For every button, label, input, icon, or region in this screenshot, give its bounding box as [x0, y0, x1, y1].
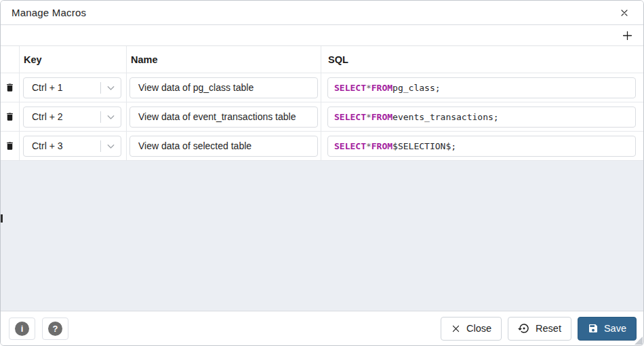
sql-text: $SELECTION$;	[393, 141, 456, 151]
key-select[interactable]: Ctrl + 1	[23, 77, 121, 98]
sql-operator: *	[366, 112, 371, 122]
delete-macro-button[interactable]	[5, 82, 15, 93]
reset-button-label: Reset	[536, 323, 561, 334]
sql-keyword: SELECT	[334, 141, 366, 151]
sql-editor[interactable]: SELECT * FROM events_transactions;	[327, 107, 636, 128]
dialog-close-button[interactable]	[618, 6, 631, 20]
key-select-value: Ctrl + 1	[24, 82, 100, 93]
chevron-down-icon	[101, 111, 121, 123]
dialog-footer: i ? Close Reset Save	[1, 311, 643, 345]
trash-icon	[5, 140, 15, 151]
macros-toolbar	[1, 25, 643, 46]
info-icon: i	[15, 322, 29, 336]
header-name-column: Name	[127, 46, 321, 73]
macros-table: Key Name SQL Ctrl + 1 SELECT * FROM pg_c…	[1, 46, 643, 161]
table-row-3-sql: SELECT * FROM $SELECTION$;	[321, 132, 643, 161]
header-key-label: Key	[24, 54, 42, 65]
table-row-2-name	[127, 102, 321, 132]
sql-operator: *	[366, 83, 371, 93]
save-button[interactable]: Save	[578, 317, 637, 341]
chevron-down-icon	[101, 140, 121, 152]
close-icon	[619, 7, 630, 18]
macro-name-input[interactable]	[129, 107, 318, 128]
dialog-title: Manage Macros	[12, 7, 86, 18]
table-row-1-name	[127, 73, 321, 102]
table-row-1-sql: SELECT * FROM pg_class;	[321, 73, 643, 102]
table-row-3-key: Ctrl + 3	[20, 132, 127, 161]
header-actions-column	[1, 46, 20, 73]
header-name-label: Name	[131, 54, 158, 65]
sql-help-button[interactable]: i	[9, 318, 35, 340]
save-icon	[588, 323, 599, 334]
key-select-value: Ctrl + 3	[24, 140, 100, 151]
key-select[interactable]: Ctrl + 3	[23, 136, 121, 157]
sql-keyword: SELECT	[334, 112, 366, 122]
header-key-column: Key	[20, 46, 127, 73]
add-icon	[621, 29, 634, 42]
table-row-1-actions	[1, 73, 20, 102]
sql-keyword: FROM	[371, 83, 393, 93]
trash-icon	[5, 111, 15, 122]
dialog-titlebar: Manage Macros	[1, 1, 643, 25]
dialog-body-filler	[1, 161, 643, 311]
reset-button[interactable]: Reset	[508, 317, 571, 341]
table-row-2-sql: SELECT * FROM events_transactions;	[321, 102, 643, 132]
table-row-2-key: Ctrl + 2	[20, 102, 127, 132]
table-row-3-actions	[1, 132, 20, 161]
sql-editor[interactable]: SELECT * FROM $SELECTION$;	[327, 136, 636, 157]
resize-grip[interactable]	[635, 337, 643, 345]
sql-editor[interactable]: SELECT * FROM pg_class;	[327, 77, 636, 98]
header-sql-label: SQL	[328, 54, 348, 65]
chevron-down-icon	[101, 82, 121, 94]
sql-operator: *	[366, 141, 371, 151]
close-button[interactable]: Close	[441, 317, 502, 341]
macro-name-input[interactable]	[129, 77, 318, 98]
table-row-2-actions	[1, 102, 20, 132]
sql-text: pg_class;	[393, 83, 440, 93]
table-row-1-key: Ctrl + 1	[20, 73, 127, 102]
help-icon: ?	[48, 322, 62, 336]
delete-macro-button[interactable]	[5, 140, 15, 151]
dialog-help-button[interactable]: ?	[42, 318, 68, 340]
sql-text: events_transactions;	[393, 112, 499, 122]
sql-keyword: FROM	[371, 141, 393, 151]
manage-macros-dialog: Manage Macros Key Name SQL Ctrl + 1	[0, 0, 644, 346]
left-edge-grip	[1, 214, 3, 223]
trash-icon	[5, 82, 15, 93]
close-button-label: Close	[466, 323, 491, 334]
reset-icon	[518, 322, 530, 334]
header-sql-column: SQL	[321, 46, 643, 73]
sql-keyword: SELECT	[334, 83, 366, 93]
delete-macro-button[interactable]	[5, 111, 15, 122]
save-button-label: Save	[604, 323, 626, 334]
macro-name-input[interactable]	[129, 136, 318, 157]
key-select[interactable]: Ctrl + 2	[23, 107, 121, 128]
sql-keyword: FROM	[371, 112, 393, 122]
table-row-3-name	[127, 132, 321, 161]
add-macro-button[interactable]	[620, 28, 635, 43]
key-select-value: Ctrl + 2	[24, 111, 100, 122]
close-x-icon	[451, 324, 461, 334]
